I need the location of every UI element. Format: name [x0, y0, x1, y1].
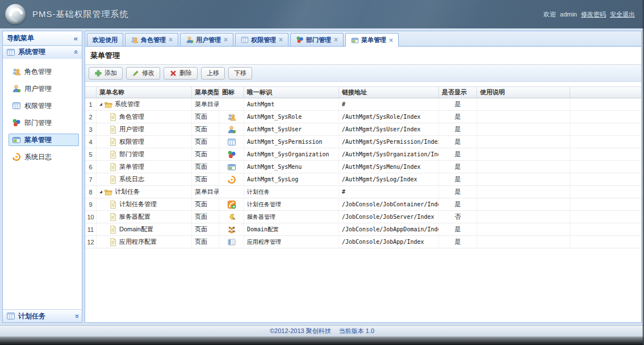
- sidebar-item-syslog[interactable]: 系统日志: [9, 151, 79, 163]
- cell-unique-key: 应用程序管理: [244, 236, 339, 248]
- cell-usage-note: [477, 136, 570, 148]
- sidebar-panel-system-management[interactable]: 系统管理 «: [3, 45, 82, 59]
- cell-row-number: 7: [85, 173, 97, 185]
- cell-filler: [570, 198, 641, 210]
- cell-row-number: 9: [85, 198, 97, 210]
- grid-header-cell-usage-note[interactable]: 使用说明: [477, 87, 570, 98]
- sidebar-item-menus[interactable]: 菜单管理: [9, 134, 79, 146]
- cell-icon: [219, 211, 244, 223]
- sidebar-panel-scheduled-tasks[interactable]: 计划任务 «: [3, 309, 82, 322]
- chevron-down-icon[interactable]: «: [73, 314, 80, 318]
- cell-usage-note: [477, 236, 570, 248]
- cell-link-url: /AuthMgmt/SysRole/Index: [339, 111, 439, 123]
- grid-body: 1系统管理菜单目录AuthMgmt#是2角色管理页面AuthMgmt_SysRo…: [85, 98, 641, 248]
- cell-usage-note: [477, 111, 570, 123]
- tab-users[interactable]: 用户管理×: [180, 33, 233, 46]
- close-icon[interactable]: ×: [334, 36, 338, 44]
- sidebar-items: 角色管理用户管理权限管理部门管理菜单管理系统日志: [3, 59, 82, 309]
- cell-menu-type: 页面: [192, 111, 219, 123]
- cell-icon: [219, 198, 244, 210]
- collapse-sidebar-icon[interactable]: «: [74, 35, 78, 42]
- grid-header-cell-icon[interactable]: 图标: [219, 87, 244, 98]
- cell-menu-name: 计划任务管理: [97, 198, 192, 210]
- table-row[interactable]: 8计划任务菜单目录计划任务#是: [85, 186, 641, 198]
- cell-link-url: #: [339, 186, 439, 198]
- edit-button[interactable]: 修改: [126, 67, 160, 80]
- sidebar-panel-label: 计划任务: [18, 311, 45, 321]
- tab-menus[interactable]: 菜单管理×: [345, 33, 399, 47]
- cell-icon: [219, 148, 244, 160]
- table-row[interactable]: 5部门管理页面AuthMgmt_SysOrganization/AuthMgmt…: [85, 148, 641, 161]
- move-up-button[interactable]: 上移: [201, 67, 225, 80]
- cell-unique-key: AuthMgmt_SysLog: [244, 173, 339, 185]
- sidebar-item-departments[interactable]: 部门管理: [9, 117, 79, 129]
- cell-filler: [570, 236, 641, 248]
- grid-header-cell-visible[interactable]: 是否显示: [439, 87, 477, 98]
- cell-usage-note: [477, 148, 570, 160]
- cell-filler: [570, 98, 641, 110]
- cell-row-number: 11: [85, 223, 97, 235]
- cell-unique-key: 计划任务: [244, 186, 339, 198]
- tab-departments[interactable]: 部门管理×: [290, 33, 344, 46]
- roles-icon: [227, 113, 236, 122]
- table-row[interactable]: 6菜单管理页面AuthMgmt_SysMenu/AuthMgmt/SysMenu…: [85, 161, 641, 173]
- table-row[interactable]: 3用户管理页面AuthMgmt_SysUser/AuthMgmt/SysUser…: [85, 123, 641, 136]
- close-icon[interactable]: ×: [279, 36, 283, 44]
- menu-name-label: 计划任务: [115, 188, 140, 196]
- cell-link-url: /JobConsole/JobAppDomain/Index: [339, 223, 439, 235]
- cell-visible: 是: [439, 136, 477, 148]
- cell-unique-key: AuthMgmt_SysPermission: [244, 136, 339, 148]
- table-row[interactable]: 10服务器配置页面服务器管理/JobConsole/JobServer/Inde…: [85, 211, 641, 223]
- page-icon: [108, 138, 118, 147]
- move-down-button[interactable]: 下移: [228, 67, 252, 80]
- table-row[interactable]: 9计划任务管理页面计划任务管理/JobConsole/JobContainer/…: [85, 198, 641, 211]
- close-icon[interactable]: ×: [224, 36, 228, 44]
- server-icon: [227, 213, 236, 222]
- cell-row-number: 5: [85, 148, 97, 160]
- table-row[interactable]: 4权限管理页面AuthMgmt_SysPermission/AuthMgmt/S…: [85, 136, 641, 148]
- page-icon: [108, 213, 118, 222]
- grid-header-cell-menu-name[interactable]: 菜单名称: [97, 87, 192, 98]
- table-row[interactable]: 2角色管理页面AuthMgmt_SysRole/AuthMgmt/SysRole…: [85, 111, 641, 123]
- tab-permissions[interactable]: 权限管理×: [235, 33, 288, 46]
- change-password-link[interactable]: 修改密码: [581, 10, 606, 19]
- menu-icon: [351, 36, 359, 44]
- grid-header-cell-link-url[interactable]: 链接地址: [339, 87, 439, 98]
- app-icon: [227, 238, 236, 247]
- sidebar-item-roles[interactable]: 角色管理: [9, 65, 79, 78]
- logout-link[interactable]: 安全退出: [610, 10, 635, 19]
- job-icon: [227, 200, 236, 209]
- grid-header-cell-unique-key[interactable]: 唯一标识: [244, 87, 339, 98]
- grid-header-row: 菜单名称菜单类型图标唯一标识链接地址是否显示使用说明: [85, 86, 641, 98]
- add-icon: [94, 69, 102, 77]
- table-row[interactable]: 12应用程序配置页面应用程序管理/JobConsole/JobApp/Index…: [85, 236, 641, 248]
- table-row[interactable]: 11Domain配置页面Domain配置/JobConsole/JobAppDo…: [85, 223, 641, 236]
- cell-row-number: 12: [85, 236, 97, 248]
- cell-menu-name: 用户管理: [97, 123, 192, 135]
- grid-header-cell-menu-type[interactable]: 菜单类型: [192, 87, 219, 98]
- add-button[interactable]: 添加: [89, 67, 123, 80]
- menu-name-label: 计划任务管理: [119, 200, 157, 209]
- cell-usage-note: [477, 98, 570, 110]
- delete-button[interactable]: 删除: [164, 67, 198, 80]
- table-row[interactable]: 7系统日志页面AuthMgmt_SysLog/AuthMgmt/SysLog/I…: [85, 173, 641, 186]
- sidebar-item-permissions[interactable]: 权限管理: [9, 99, 79, 112]
- cell-menu-type: 页面: [192, 136, 219, 148]
- close-icon[interactable]: ×: [389, 36, 393, 44]
- cell-menu-type: 菜单目录: [192, 98, 219, 110]
- cell-filler: [570, 123, 641, 135]
- sidebar-item-users[interactable]: 用户管理: [9, 82, 79, 95]
- tree-expander-icon[interactable]: [99, 190, 102, 193]
- grid-header-cell-row-number[interactable]: [85, 87, 97, 98]
- tree-expander-icon[interactable]: [99, 103, 102, 106]
- log-icon: [12, 152, 21, 161]
- sidebar: 导航菜单 « 系统管理 « 角色管理用户管理权限管理部门管理菜单管理系统日志 计…: [2, 31, 82, 323]
- cell-visible: 是: [439, 98, 477, 110]
- cell-menu-name: 角色管理: [97, 111, 192, 123]
- table-row[interactable]: 1系统管理菜单目录AuthMgmt#是: [85, 98, 641, 111]
- chevron-up-icon[interactable]: «: [73, 50, 80, 54]
- tab-welcome[interactable]: 欢迎使用: [87, 33, 123, 46]
- cell-visible: 是: [439, 111, 477, 123]
- tab-roles[interactable]: 角色管理×: [125, 33, 178, 46]
- close-icon[interactable]: ×: [169, 36, 173, 44]
